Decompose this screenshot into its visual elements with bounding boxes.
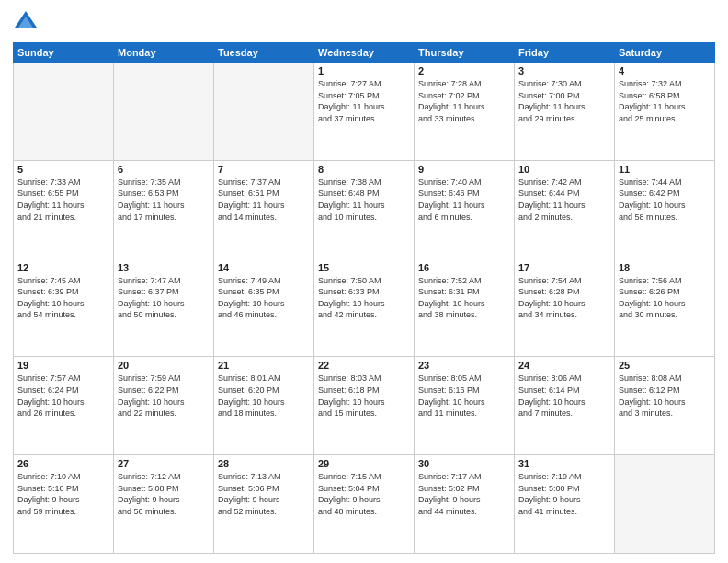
day-number: 20: [118, 360, 210, 371]
cell-info: Sunrise: 8:05 AM Sunset: 6:16 PM Dayligh…: [418, 373, 510, 419]
calendar-cell: 1Sunrise: 7:27 AM Sunset: 7:05 PM Daylig…: [314, 63, 415, 161]
logo-icon: [13, 9, 39, 35]
day-of-week-header: Monday: [114, 43, 214, 63]
cell-info: Sunrise: 7:32 AM Sunset: 6:58 PM Dayligh…: [619, 78, 711, 124]
calendar-cell: 27Sunrise: 7:12 AM Sunset: 5:08 PM Dayli…: [114, 455, 214, 554]
cell-info: Sunrise: 7:42 AM Sunset: 6:44 PM Dayligh…: [518, 177, 610, 223]
calendar-cell: 11Sunrise: 7:44 AM Sunset: 6:42 PM Dayli…: [615, 160, 715, 259]
calendar-cell: 8Sunrise: 7:38 AM Sunset: 6:48 PM Daylig…: [314, 160, 415, 259]
cell-info: Sunrise: 7:50 AM Sunset: 6:33 PM Dayligh…: [318, 275, 410, 321]
cell-info: Sunrise: 7:30 AM Sunset: 7:00 PM Dayligh…: [518, 78, 610, 124]
calendar-cell: 16Sunrise: 7:52 AM Sunset: 6:31 PM Dayli…: [415, 259, 515, 357]
day-number: 10: [518, 164, 610, 175]
cell-info: Sunrise: 7:19 AM Sunset: 5:00 PM Dayligh…: [518, 471, 610, 517]
day-of-week-header: Sunday: [14, 43, 114, 63]
day-number: 1: [318, 65, 410, 76]
cell-info: Sunrise: 7:37 AM Sunset: 6:51 PM Dayligh…: [218, 177, 310, 223]
cell-info: Sunrise: 7:40 AM Sunset: 6:46 PM Dayligh…: [418, 177, 510, 223]
cell-info: Sunrise: 7:44 AM Sunset: 6:42 PM Dayligh…: [619, 177, 711, 223]
day-of-week-header: Thursday: [415, 43, 515, 63]
calendar-cell: 30Sunrise: 7:17 AM Sunset: 5:02 PM Dayli…: [415, 455, 515, 554]
calendar-cell: 29Sunrise: 7:15 AM Sunset: 5:04 PM Dayli…: [314, 455, 415, 554]
calendar-week-row: 5Sunrise: 7:33 AM Sunset: 6:55 PM Daylig…: [14, 160, 715, 259]
calendar-header-row: SundayMondayTuesdayWednesdayThursdayFrid…: [14, 43, 715, 63]
day-number: 7: [218, 164, 310, 175]
cell-info: Sunrise: 8:08 AM Sunset: 6:12 PM Dayligh…: [619, 373, 711, 419]
day-number: 8: [318, 164, 410, 175]
calendar-cell: 6Sunrise: 7:35 AM Sunset: 6:53 PM Daylig…: [114, 160, 214, 259]
calendar-body: 1Sunrise: 7:27 AM Sunset: 7:05 PM Daylig…: [14, 63, 715, 554]
calendar-table: SundayMondayTuesdayWednesdayThursdayFrid…: [13, 42, 715, 554]
cell-info: Sunrise: 8:03 AM Sunset: 6:18 PM Dayligh…: [318, 373, 410, 419]
cell-info: Sunrise: 7:13 AM Sunset: 5:06 PM Dayligh…: [218, 471, 310, 517]
calendar-cell: 24Sunrise: 8:06 AM Sunset: 6:14 PM Dayli…: [515, 357, 615, 455]
day-number: 3: [518, 65, 610, 76]
calendar-cell: 26Sunrise: 7:10 AM Sunset: 5:10 PM Dayli…: [14, 455, 114, 554]
day-number: 15: [318, 262, 410, 273]
cell-info: Sunrise: 7:33 AM Sunset: 6:55 PM Dayligh…: [17, 177, 109, 223]
day-number: 18: [619, 262, 711, 273]
day-number: 21: [218, 360, 310, 371]
day-number: 19: [17, 360, 109, 371]
day-number: 31: [518, 458, 610, 469]
calendar-week-row: 19Sunrise: 7:57 AM Sunset: 6:24 PM Dayli…: [14, 357, 715, 455]
calendar-cell: 22Sunrise: 8:03 AM Sunset: 6:18 PM Dayli…: [314, 357, 415, 455]
calendar-week-row: 1Sunrise: 7:27 AM Sunset: 7:05 PM Daylig…: [14, 63, 715, 161]
calendar-cell: 15Sunrise: 7:50 AM Sunset: 6:33 PM Dayli…: [314, 259, 415, 357]
header: [13, 9, 715, 35]
day-number: 6: [118, 164, 210, 175]
calendar-cell: 10Sunrise: 7:42 AM Sunset: 6:44 PM Dayli…: [515, 160, 615, 259]
day-number: 4: [619, 65, 711, 76]
day-number: 22: [318, 360, 410, 371]
day-number: 28: [218, 458, 310, 469]
day-of-week-header: Wednesday: [314, 43, 415, 63]
cell-info: Sunrise: 7:45 AM Sunset: 6:39 PM Dayligh…: [17, 275, 109, 321]
cell-info: Sunrise: 7:57 AM Sunset: 6:24 PM Dayligh…: [17, 373, 109, 419]
calendar-cell: 19Sunrise: 7:57 AM Sunset: 6:24 PM Dayli…: [14, 357, 114, 455]
calendar-cell: 28Sunrise: 7:13 AM Sunset: 5:06 PM Dayli…: [214, 455, 314, 554]
day-number: 27: [118, 458, 210, 469]
day-number: 2: [418, 65, 510, 76]
cell-info: Sunrise: 7:10 AM Sunset: 5:10 PM Dayligh…: [17, 471, 109, 517]
cell-info: Sunrise: 7:35 AM Sunset: 6:53 PM Dayligh…: [118, 177, 210, 223]
calendar-cell: 7Sunrise: 7:37 AM Sunset: 6:51 PM Daylig…: [214, 160, 314, 259]
calendar-cell: 23Sunrise: 8:05 AM Sunset: 6:16 PM Dayli…: [415, 357, 515, 455]
cell-info: Sunrise: 7:56 AM Sunset: 6:26 PM Dayligh…: [619, 275, 711, 321]
calendar-cell: 25Sunrise: 8:08 AM Sunset: 6:12 PM Dayli…: [615, 357, 715, 455]
cell-info: Sunrise: 7:28 AM Sunset: 7:02 PM Dayligh…: [418, 78, 510, 124]
day-number: 29: [318, 458, 410, 469]
cell-info: Sunrise: 7:27 AM Sunset: 7:05 PM Dayligh…: [318, 78, 410, 124]
day-number: 16: [418, 262, 510, 273]
cell-info: Sunrise: 7:59 AM Sunset: 6:22 PM Dayligh…: [118, 373, 210, 419]
cell-info: Sunrise: 8:01 AM Sunset: 6:20 PM Dayligh…: [218, 373, 310, 419]
calendar-cell: 2Sunrise: 7:28 AM Sunset: 7:02 PM Daylig…: [415, 63, 515, 161]
day-of-week-header: Saturday: [615, 43, 715, 63]
calendar-cell: 4Sunrise: 7:32 AM Sunset: 6:58 PM Daylig…: [615, 63, 715, 161]
day-number: 30: [418, 458, 510, 469]
calendar-cell: 13Sunrise: 7:47 AM Sunset: 6:37 PM Dayli…: [114, 259, 214, 357]
calendar-cell: 20Sunrise: 7:59 AM Sunset: 6:22 PM Dayli…: [114, 357, 214, 455]
cell-info: Sunrise: 7:52 AM Sunset: 6:31 PM Dayligh…: [418, 275, 510, 321]
calendar-cell: 12Sunrise: 7:45 AM Sunset: 6:39 PM Dayli…: [14, 259, 114, 357]
day-number: 24: [518, 360, 610, 371]
cell-info: Sunrise: 7:47 AM Sunset: 6:37 PM Dayligh…: [118, 275, 210, 321]
page: SundayMondayTuesdayWednesdayThursdayFrid…: [0, 0, 728, 563]
day-of-week-header: Tuesday: [214, 43, 314, 63]
calendar-cell: 31Sunrise: 7:19 AM Sunset: 5:00 PM Dayli…: [515, 455, 615, 554]
day-number: 25: [619, 360, 711, 371]
calendar-cell: [615, 455, 715, 554]
logo: [13, 9, 42, 35]
day-number: 5: [17, 164, 109, 175]
calendar-cell: 18Sunrise: 7:56 AM Sunset: 6:26 PM Dayli…: [615, 259, 715, 357]
calendar-cell: 3Sunrise: 7:30 AM Sunset: 7:00 PM Daylig…: [515, 63, 615, 161]
cell-info: Sunrise: 8:06 AM Sunset: 6:14 PM Dayligh…: [518, 373, 610, 419]
calendar-cell: 14Sunrise: 7:49 AM Sunset: 6:35 PM Dayli…: [214, 259, 314, 357]
cell-info: Sunrise: 7:12 AM Sunset: 5:08 PM Dayligh…: [118, 471, 210, 517]
cell-info: Sunrise: 7:17 AM Sunset: 5:02 PM Dayligh…: [418, 471, 510, 517]
calendar-week-row: 12Sunrise: 7:45 AM Sunset: 6:39 PM Dayli…: [14, 259, 715, 357]
calendar-cell: 9Sunrise: 7:40 AM Sunset: 6:46 PM Daylig…: [415, 160, 515, 259]
day-number: 14: [218, 262, 310, 273]
calendar-cell: [114, 63, 214, 161]
day-number: 9: [418, 164, 510, 175]
day-number: 12: [17, 262, 109, 273]
